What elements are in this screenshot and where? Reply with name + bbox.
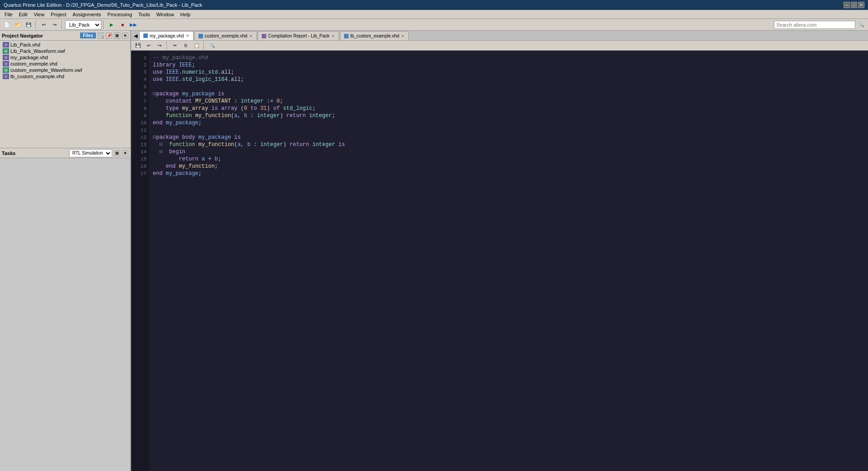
tasks-title: Tasks: [2, 151, 15, 156]
quartus-toolbar: 📄 📂 💾 ↩ ↪ Lib_Pack ▶ ■ ▶▶ 🔍: [0, 19, 868, 31]
toolbar-sep2: [61, 20, 63, 29]
editor-sep2: [203, 41, 205, 50]
file-icon-wvf: W: [3, 48, 9, 54]
tasks-close-icon[interactable]: ✕: [122, 150, 128, 156]
file-item-mypackage[interactable]: V my_package.vhd: [1, 54, 129, 61]
undo-button[interactable]: ↩: [39, 20, 49, 29]
maximize-button[interactable]: □: [851, 2, 857, 8]
toolbar-sep3: [103, 20, 105, 29]
editor-find-btn[interactable]: 🔍: [207, 41, 217, 50]
editor-save-btn[interactable]: 💾: [133, 41, 143, 50]
tab-icon-tbcustomexample: [344, 34, 349, 38]
file-icon-vhd2: V: [3, 55, 9, 60]
menu-file[interactable]: File: [2, 11, 15, 18]
file-icon-vhd3: V: [3, 61, 9, 66]
menu-help[interactable]: Help: [178, 11, 193, 18]
nav-expand-icon[interactable]: ⊞: [114, 33, 120, 39]
quartus-title-bar: Quartus Prime Lite Edition - D:/20_FPGA_…: [0, 0, 868, 10]
file-item-libpackvhd[interactable]: V Lib_Pack.vhd: [1, 42, 129, 48]
tasks-dropdown[interactable]: RTL Simulation: [69, 149, 112, 157]
toolbar-sep1: [35, 20, 37, 29]
left-panel: Project Navigator Files 🔍 📌 ⊞ ✕ V Lib_Pa…: [0, 31, 131, 471]
tab-bar: ◀ my_package.vhd ✕ custom_exemple.vhd ✕ …: [131, 31, 868, 41]
minimize-button[interactable]: ─: [844, 2, 850, 8]
file-icon-vhd: V: [3, 42, 9, 47]
save-button[interactable]: 💾: [24, 20, 33, 29]
tab-icon-nav[interactable]: ◀: [132, 31, 139, 40]
tab-close-mypackage[interactable]: ✕: [186, 33, 189, 38]
editor-sep: [166, 41, 168, 50]
tab-icon-compilationreport: [262, 34, 266, 38]
quartus-window-controls: ─ □ ✕: [844, 2, 864, 8]
code-editor[interactable]: 1234567891011121314151617 -- my_package.…: [131, 51, 868, 471]
project-navigator: Project Navigator Files 🔍 📌 ⊞ ✕ V Lib_Pa…: [0, 31, 130, 148]
nav-close-icon[interactable]: ✕: [122, 33, 128, 39]
editor-redo-btn[interactable]: ↪: [155, 41, 165, 50]
editor-undo-btn[interactable]: ↩: [144, 41, 154, 50]
tab-close-tbcustomexample[interactable]: ✕: [401, 34, 405, 38]
stop-button[interactable]: ■: [118, 20, 127, 29]
tab-icon-mypackage: [143, 33, 148, 38]
open-button[interactable]: 📂: [13, 20, 23, 29]
menu-window[interactable]: Window: [154, 11, 177, 18]
editor-toolbar: 💾 ↩ ↪ ✂ ⎘ 📋 🔍: [131, 41, 868, 51]
editor-area: ◀ my_package.vhd ✕ custom_exemple.vhd ✕ …: [131, 31, 868, 471]
menu-edit[interactable]: Edit: [16, 11, 30, 18]
menu-processing[interactable]: Processing: [105, 11, 135, 18]
editor-paste-btn[interactable]: 📋: [192, 41, 202, 50]
nav-pin-icon[interactable]: 📌: [106, 33, 112, 39]
search-icon[interactable]: 🔍: [856, 20, 866, 29]
editor-cut-btn[interactable]: ✂: [170, 41, 180, 50]
file-item-tbcustomexample[interactable]: V tb_custom_example.vhd: [1, 73, 129, 80]
compile-button[interactable]: ▶: [107, 20, 117, 29]
tab-customexemple[interactable]: custom_exemple.vhd ✕: [194, 31, 257, 40]
file-icon-wvf2: W: [3, 67, 9, 73]
tab-close-compilationreport[interactable]: ✕: [331, 34, 335, 38]
code-content[interactable]: -- my_package.vhd library IEEE; use IEEE…: [149, 51, 868, 471]
menu-view[interactable]: View: [31, 11, 47, 18]
line-numbers: 1234567891011121314151617: [131, 51, 149, 471]
menu-assignments[interactable]: Assignments: [70, 11, 104, 18]
file-item-customexemple[interactable]: V custom_exemple.vhd: [1, 61, 129, 67]
quartus-main-layout: Project Navigator Files 🔍 📌 ⊞ ✕ V Lib_Pa…: [0, 31, 868, 471]
file-item-libpackwaveform[interactable]: W Lib_Pack_Waveform.vwf: [1, 48, 129, 54]
menu-tools[interactable]: Tools: [136, 11, 153, 18]
file-item-customwaveform[interactable]: W custom_exemple_Waveform.vwf: [1, 67, 129, 73]
files-tab[interactable]: Files: [80, 33, 96, 38]
new-button[interactable]: 📄: [2, 20, 12, 29]
tab-close-customexemple[interactable]: ✕: [249, 34, 253, 38]
tasks-expand-icon[interactable]: ⊞: [114, 150, 120, 156]
menu-project[interactable]: Project: [48, 11, 69, 18]
close-button[interactable]: ✕: [858, 2, 864, 8]
file-tree: V Lib_Pack.vhd W Lib_Pack_Waveform.vwf V…: [0, 41, 130, 80]
tab-icon-customexemple: [198, 34, 203, 38]
tab-tbcustomexample[interactable]: tb_custom_example.vhd ✕: [340, 31, 409, 40]
quartus-title: Quartus Prime Lite Edition - D:/20_FPGA_…: [4, 2, 202, 8]
redo-button[interactable]: ↪: [50, 20, 60, 29]
project-navigator-header: Project Navigator Files 🔍 📌 ⊞ ✕: [0, 31, 130, 41]
tasks-panel: Tasks RTL Simulation ⊞ ✕: [0, 148, 130, 471]
file-icon-vhd4: V: [3, 74, 9, 79]
run-button[interactable]: ▶▶: [128, 20, 138, 29]
tasks-panel-header: Tasks RTL Simulation ⊞ ✕: [0, 148, 130, 158]
project-navigator-title: Project Navigator: [2, 33, 43, 38]
quartus-window: Quartus Prime Lite Edition - D:/20_FPGA_…: [0, 0, 868, 471]
nav-search-icon[interactable]: 🔍: [98, 33, 104, 39]
quartus-menu-bar: File Edit View Project Assignments Proce…: [0, 10, 868, 19]
search-input[interactable]: [774, 21, 855, 29]
tab-mypackage[interactable]: my_package.vhd ✕: [139, 31, 193, 40]
tasks-content: [0, 158, 130, 471]
tab-compilationreport[interactable]: Compilation Report - Lib_Pack ✕: [258, 31, 339, 40]
editor-copy-btn[interactable]: ⎘: [181, 41, 191, 50]
project-dropdown[interactable]: Lib_Pack: [65, 20, 101, 29]
